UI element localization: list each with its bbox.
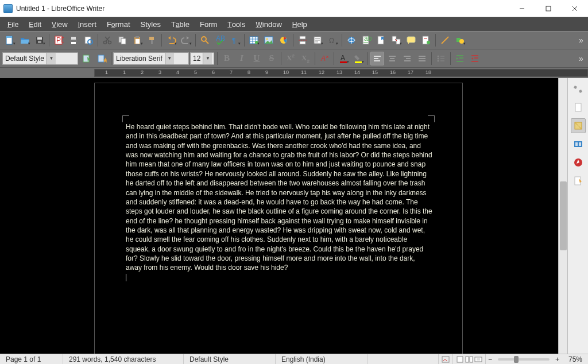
update-style-button[interactable] — [80, 52, 94, 65]
minimize-button[interactable] — [509, 0, 535, 17]
menu-form[interactable]: Form — [195, 19, 222, 30]
insert-field-button[interactable] — [311, 33, 324, 47]
font-size-combo[interactable]: 12▼ — [190, 52, 214, 65]
align-left-button[interactable] — [370, 52, 384, 65]
print-button[interactable] — [67, 33, 80, 47]
formatting-toolbar: Default Style▼ ★ Liberation Serif▼ 12▼ B… — [0, 49, 588, 68]
status-language[interactable]: English (India) — [276, 354, 368, 364]
menu-format[interactable]: Format — [102, 19, 136, 30]
sidebar-gallery-icon[interactable] — [571, 137, 586, 152]
line-button[interactable] — [438, 33, 452, 47]
find-replace-button[interactable] — [198, 33, 212, 47]
menu-tools[interactable]: Tools — [222, 19, 250, 30]
new-button[interactable] — [3, 33, 17, 47]
status-view-icons[interactable] — [453, 354, 485, 364]
window-titlebar: Untitled 1 - LibreOffice Writer — [0, 0, 588, 17]
paste-button[interactable] — [130, 33, 144, 47]
status-page[interactable]: Page 1 of 1 — [0, 354, 63, 364]
clear-format-button[interactable]: A — [318, 52, 331, 65]
sidebar-styles-icon[interactable] — [571, 118, 586, 133]
font-color-button[interactable]: A — [336, 52, 350, 65]
font-name-combo[interactable]: Liberation Serif▼ — [113, 52, 189, 65]
print-preview-button[interactable] — [82, 33, 95, 47]
menu-insert[interactable]: Insert — [73, 19, 102, 30]
underline-button[interactable]: U — [250, 52, 264, 65]
redo-button[interactable] — [179, 33, 193, 47]
superscript-button[interactable]: X2 — [284, 52, 297, 65]
shapes-button[interactable] — [453, 33, 467, 47]
horizontal-ruler[interactable]: 1123456789101112131415161718 — [0, 68, 588, 78]
document-body-text[interactable]: He heard quiet steps behind him. That di… — [126, 122, 432, 282]
sidebar-navigator-icon[interactable] — [571, 155, 586, 170]
menu-edit[interactable]: Edit — [24, 19, 47, 30]
svg-rect-57 — [407, 37, 415, 42]
align-center-button[interactable] — [385, 52, 399, 65]
save-button[interactable] — [33, 33, 47, 47]
menu-table[interactable]: Table — [166, 19, 195, 30]
zoom-slider[interactable] — [498, 358, 550, 361]
toolbar-overflow[interactable]: » — [577, 33, 586, 47]
menu-view[interactable]: View — [47, 19, 73, 30]
open-button[interactable] — [18, 33, 32, 47]
zoom-in-button[interactable]: + — [553, 354, 562, 364]
close-button[interactable] — [562, 0, 588, 17]
status-bar: Page 1 of 1 291 words, 1,540 characters … — [0, 354, 588, 364]
status-signature-icon[interactable] — [439, 354, 453, 364]
page-break-button[interactable] — [296, 33, 310, 47]
status-zoom[interactable]: 75% — [562, 354, 588, 364]
maximize-button[interactable] — [535, 0, 562, 17]
footnote-button[interactable]: ab — [359, 33, 373, 47]
page[interactable]: He heard quiet steps behind him. That di… — [94, 83, 463, 354]
sidebar-panel — [567, 78, 588, 354]
vertical-scrollbar[interactable] — [558, 78, 567, 354]
highlight-button[interactable] — [351, 52, 365, 65]
hyperlink-button[interactable] — [345, 33, 358, 47]
format-toolbar-overflow[interactable]: » — [577, 52, 586, 65]
menu-window[interactable]: Window — [250, 19, 287, 30]
new-style-button[interactable]: ★ — [95, 52, 109, 65]
clone-formatting-button[interactable] — [145, 33, 159, 47]
paragraph-style-combo[interactable]: Default Style▼ — [2, 52, 78, 65]
decrease-indent-button[interactable] — [468, 52, 482, 65]
insert-image-button[interactable] — [262, 33, 276, 47]
align-right-button[interactable] — [400, 52, 414, 65]
ruler-strip[interactable]: 1123456789101112131415161718 — [94, 69, 588, 77]
bullets-button[interactable] — [434, 52, 448, 65]
menu-styles[interactable]: Styles — [136, 19, 166, 30]
svg-rect-1 — [546, 6, 551, 11]
copy-button[interactable] — [115, 33, 129, 47]
window-title: Untitled 1 - LibreOffice Writer — [16, 5, 509, 13]
special-char-button[interactable]: Ω — [326, 33, 339, 47]
justify-button[interactable] — [415, 52, 429, 65]
export-pdf-button[interactable]: PDF — [52, 33, 65, 47]
svg-rect-25 — [149, 37, 154, 40]
italic-button[interactable]: I — [235, 52, 249, 65]
zoom-slider-thumb[interactable] — [514, 356, 519, 363]
bold-button[interactable]: B — [220, 52, 234, 65]
insert-chart-button[interactable] — [277, 33, 291, 47]
cut-button[interactable] — [100, 33, 114, 47]
status-spacer — [368, 354, 439, 364]
zoom-out-button[interactable]: − — [485, 354, 494, 364]
status-style[interactable]: Default Style — [184, 354, 276, 364]
svg-text:PDF: PDF — [56, 36, 64, 44]
undo-button[interactable] — [164, 33, 178, 47]
insert-table-button[interactable] — [247, 33, 261, 47]
menu-help[interactable]: Help — [287, 19, 312, 30]
scrollbar-thumb[interactable] — [560, 181, 567, 250]
formatting-marks-button[interactable]: ¶ — [228, 33, 242, 47]
sidebar-page-icon[interactable] — [571, 100, 586, 115]
status-wordcount[interactable]: 291 words, 1,540 characters — [63, 354, 184, 364]
bookmark-button[interactable] — [374, 33, 388, 47]
comment-button[interactable] — [404, 33, 418, 47]
document-canvas[interactable]: He heard quiet steps behind him. That di… — [0, 78, 558, 354]
spellcheck-button[interactable]: ABC — [213, 33, 227, 47]
menu-file[interactable]: File — [2, 19, 24, 30]
strikethrough-button[interactable]: S — [265, 52, 278, 65]
increase-indent-button[interactable] — [453, 52, 467, 65]
track-changes-button[interactable] — [419, 33, 433, 47]
subscript-button[interactable]: X2 — [299, 52, 312, 65]
sidebar-manage-changes-icon[interactable] — [571, 173, 586, 188]
sidebar-properties-icon[interactable] — [571, 82, 586, 96]
cross-ref-button[interactable] — [389, 33, 403, 47]
